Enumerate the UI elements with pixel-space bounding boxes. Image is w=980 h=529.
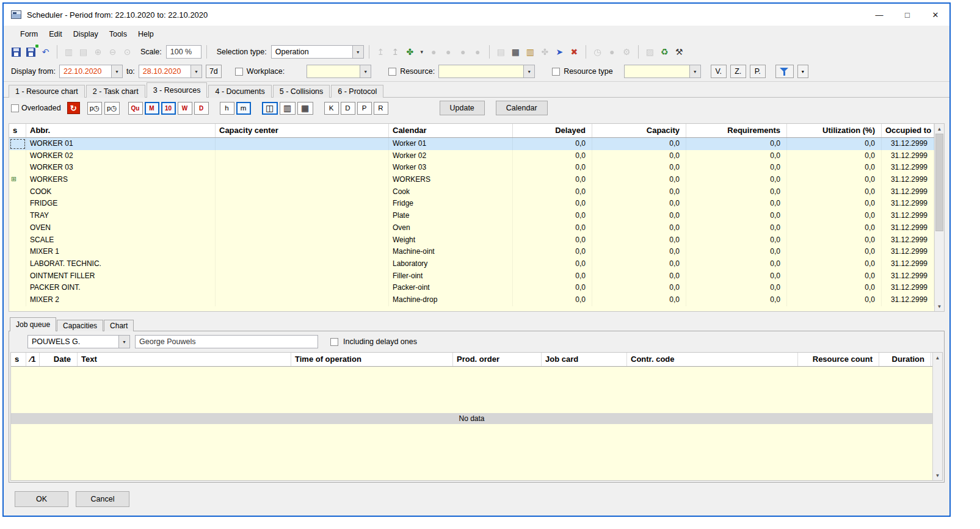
view-toggle-icon[interactable]: ◫ [262, 102, 278, 115]
tab[interactable]: 5 - Collisions [273, 85, 330, 98]
column-header[interactable]: Requirements [686, 124, 787, 137]
sphere-icon-1[interactable]: ● [427, 46, 440, 59]
p-button[interactable]: P. [750, 65, 766, 78]
tab[interactable]: 3 - Resources [147, 82, 208, 98]
tab[interactable]: 1 - Resource chart [9, 85, 85, 98]
table-row[interactable]: MIXER 2 Machine-drop 0,0 0,0 0,0 0,0 31.… [9, 294, 934, 306]
resource-checkbox[interactable] [388, 68, 396, 76]
job-queue-scrollbar[interactable]: ▲ ▼ [932, 353, 942, 480]
scrollbar-track[interactable] [935, 134, 944, 301]
table-row[interactable]: ⊞ WORKERS WORKERS 0,0 0,0 0,0 0,0 31.12.… [9, 174, 934, 186]
menu-item[interactable]: Tools [104, 28, 132, 40]
unit-toggle[interactable]: h [220, 102, 234, 115]
column-header[interactable]: Contr. code [627, 353, 798, 366]
column-header[interactable]: ∕1 [26, 353, 40, 366]
column-header[interactable]: Delayed [513, 124, 592, 137]
sphere-icon-2[interactable]: ● [442, 46, 455, 59]
sphere-icon-5[interactable]: ● [606, 46, 619, 59]
bottom-tab[interactable]: Chart [104, 320, 134, 331]
tab[interactable]: 2 - Task chart [86, 85, 145, 98]
sphere-icon-4[interactable]: ● [471, 46, 484, 59]
period-toggle[interactable]: 10 [161, 102, 176, 115]
table-row[interactable]: OINTMENT FILLER Filler-oint 0,0 0,0 0,0 … [9, 270, 934, 282]
workplace-checkbox[interactable] [235, 68, 243, 76]
resource-table-scrollbar[interactable]: ▲ ▼ [934, 124, 944, 311]
zoom-out-icon[interactable]: ⊖ [106, 46, 119, 59]
chart-zoom-icon-1[interactable]: ▥ [62, 46, 75, 59]
scale-input[interactable] [166, 45, 201, 59]
period-toggle[interactable]: Qu [128, 102, 143, 115]
letter-button[interactable]: R [374, 102, 388, 115]
scroll-down-icon[interactable]: ▼ [933, 470, 942, 480]
promote-icon[interactable]: ↥ [374, 46, 387, 59]
table-row[interactable]: SCALE Weight 0,0 0,0 0,0 0,0 31.12.2999 [9, 234, 934, 247]
tab[interactable]: 4 - Documents [208, 85, 271, 98]
column-header[interactable]: Utilization (%) [787, 124, 882, 137]
promote-all-icon[interactable]: ↥ [389, 46, 402, 59]
column-header[interactable]: Capacity [592, 124, 686, 137]
period-toggle[interactable]: D [194, 102, 209, 115]
resource-type-combobox[interactable]: ▼ [624, 65, 701, 78]
flower-caret-icon[interactable]: ▾ [418, 46, 426, 59]
flower-off-icon[interactable]: ✤ [539, 46, 551, 59]
column-header[interactable]: Date [40, 353, 78, 366]
scroll-up-icon[interactable]: ▲ [933, 353, 942, 362]
table-row[interactable]: WORKER 01 Worker 01 0,0 0,0 0,0 0,0 31.1… [9, 138, 934, 150]
ok-button[interactable]: OK [15, 491, 68, 507]
menu-item[interactable]: Edit [43, 28, 68, 40]
sphere-icon-3[interactable]: ● [457, 46, 470, 59]
column-header[interactable]: Calendar [389, 124, 513, 137]
letter-button[interactable]: K [324, 102, 339, 115]
bottom-tab[interactable]: Capacities [57, 320, 103, 331]
filter-caret-button[interactable]: ▾ [797, 65, 808, 78]
table-row[interactable]: COOK Cook 0,0 0,0 0,0 0,0 31.12.2999 [9, 186, 934, 198]
gears-icon[interactable]: ⚙ [620, 46, 633, 59]
display-from-combobox[interactable]: 22.10.2020 ▼ [59, 65, 123, 78]
workplace-combobox[interactable]: ▼ [307, 65, 371, 78]
v-button[interactable]: V. [711, 65, 727, 78]
save-icon[interactable] [10, 46, 23, 59]
person-name-field[interactable] [135, 335, 318, 348]
selection-type-combobox[interactable]: Operation ▼ [271, 45, 364, 59]
table-row[interactable]: WORKER 03 Worker 03 0,0 0,0 0,0 0,0 31.1… [9, 162, 934, 174]
scroll-up-icon[interactable]: ▲ [935, 124, 944, 134]
column-header[interactable]: Time of operation [291, 353, 453, 366]
table-row[interactable]: PACKER OINT. Packer-oint 0,0 0,0 0,0 0,0… [9, 282, 934, 294]
menu-item[interactable]: Form [15, 28, 43, 40]
flower-icon[interactable]: ✤ [404, 46, 416, 59]
zoom-in-icon[interactable]: ⊕ [92, 46, 104, 59]
bottom-tab[interactable]: Job queue [10, 317, 56, 331]
resource-combobox[interactable]: ▼ [438, 65, 535, 78]
view-toggle-icon[interactable]: ▦ [297, 102, 313, 115]
table-row[interactable]: WORKER 02 Worker 02 0,0 0,0 0,0 0,0 31.1… [9, 150, 934, 162]
menu-item[interactable]: Display [68, 28, 104, 40]
column-header[interactable]: Occupied to [882, 124, 934, 137]
update-button[interactable]: Update [440, 101, 485, 115]
column-header[interactable]: Capacity center [216, 124, 389, 137]
table-row[interactable]: MIXER 1 Machine-oint 0,0 0,0 0,0 0,0 31.… [9, 246, 934, 258]
column-header[interactable]: Abbr. [26, 124, 216, 137]
seven-days-button[interactable]: 7d [206, 65, 222, 78]
chevron-down-icon[interactable]: ▼ [111, 65, 122, 77]
table-row[interactable]: TRAY Plate 0,0 0,0 0,0 0,0 31.12.2999 [9, 210, 934, 222]
letter-button[interactable]: P [357, 102, 372, 115]
tab[interactable]: 6 - Protocol [331, 85, 383, 98]
printer-icon[interactable]: ▤ [495, 46, 507, 59]
zoom-fit-icon[interactable]: ⊙ [121, 46, 134, 59]
table-grid-icon[interactable]: ▦ [509, 46, 522, 59]
picture-icon[interactable]: ▨ [644, 46, 656, 59]
chevron-down-icon[interactable]: ▼ [118, 336, 129, 348]
close-button[interactable]: ✕ [921, 4, 949, 26]
refresh-red-icon[interactable]: ↻ [67, 102, 80, 114]
calendar-button[interactable]: Calendar [496, 101, 548, 115]
undo-icon[interactable]: ↶ [39, 46, 52, 59]
save-as-icon[interactable] [24, 46, 37, 59]
tools-icon[interactable]: ⚒ [673, 46, 686, 59]
chevron-down-icon[interactable]: ▼ [191, 65, 201, 77]
person-combobox[interactable]: POUWELS G. ▼ [27, 335, 130, 348]
letter-button[interactable]: D [341, 102, 355, 115]
unit-toggle[interactable]: m [236, 102, 251, 115]
menu-item[interactable]: Help [132, 28, 159, 40]
unpin-icon[interactable]: ✖ [568, 46, 581, 59]
person-time-icon-1[interactable]: p◷ [87, 102, 102, 115]
